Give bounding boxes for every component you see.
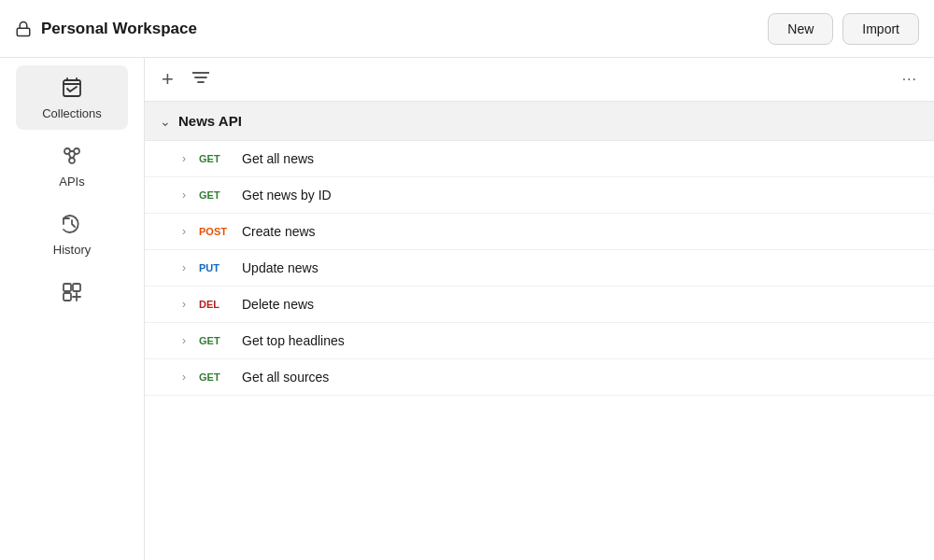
more-button[interactable]: ··· [897, 67, 923, 91]
collection-chevron-icon: ⌄ [160, 114, 171, 129]
svg-rect-12 [73, 284, 80, 291]
method-badge: POST [199, 226, 233, 237]
svg-rect-1 [64, 80, 80, 96]
svg-point-7 [69, 158, 75, 163]
method-badge: GET [199, 189, 233, 201]
endpoint-name: Get all news [242, 151, 314, 166]
endpoint-chevron-icon: › [182, 152, 186, 165]
main-layout: Collections APIs [0, 58, 934, 560]
collection-header[interactable]: ⌄ News API [145, 102, 934, 141]
svg-rect-13 [64, 293, 71, 301]
method-badge: GET [199, 371, 233, 383]
endpoint-row[interactable]: ›DELDelete news [145, 287, 934, 323]
svg-rect-0 [17, 28, 30, 35]
method-badge: GET [199, 153, 233, 164]
method-badge: PUT [199, 262, 233, 273]
sidebar-item-apis[interactable]: APIs [16, 133, 128, 198]
header-actions: New Import [768, 13, 919, 45]
svg-line-10 [73, 154, 76, 159]
content-area: + ··· ⌄ News API ›GETGet all news›GETGet… [145, 58, 934, 560]
endpoint-row[interactable]: ›GETGet all news [145, 141, 934, 177]
sidebar: Collections APIs [0, 58, 145, 560]
endpoint-name: Update news [242, 260, 318, 275]
history-icon [59, 211, 85, 237]
endpoint-chevron-icon: › [182, 371, 186, 384]
endpoint-row[interactable]: ›POSTCreate news [145, 214, 934, 250]
endpoint-chevron-icon: › [182, 261, 186, 274]
endpoint-row[interactable]: ›PUTUpdate news [145, 250, 934, 287]
history-label: History [53, 243, 91, 257]
apis-label: APIs [59, 175, 84, 189]
endpoints-list: ›GETGet all news›GETGet news by ID›POSTC… [145, 141, 934, 396]
sidebar-item-collections[interactable]: Collections [16, 65, 128, 130]
endpoint-row[interactable]: ›GETGet all sources [145, 359, 934, 396]
add-button[interactable]: + [156, 65, 179, 93]
import-button[interactable]: Import [842, 13, 919, 45]
endpoint-name: Delete news [242, 297, 314, 312]
endpoint-name: Create news [242, 224, 316, 239]
apis-icon [59, 143, 85, 169]
header: Personal Workspace New Import [0, 0, 934, 58]
filter-button[interactable] [187, 67, 215, 91]
collections-icon [59, 75, 85, 101]
endpoint-name: Get top headlines [242, 333, 345, 348]
toolbar: + ··· [145, 58, 934, 102]
sidebar-item-new[interactable] [16, 270, 128, 315]
collection-name: News API [178, 113, 242, 129]
endpoint-name: Get news by ID [242, 188, 332, 203]
new-button[interactable]: New [768, 13, 833, 45]
endpoint-chevron-icon: › [182, 225, 186, 238]
workspace-title: Personal Workspace [41, 20, 197, 38]
endpoint-chevron-icon: › [182, 298, 186, 311]
sidebar-item-history[interactable]: History [16, 202, 128, 266]
endpoint-chevron-icon: › [182, 189, 186, 202]
endpoint-row[interactable]: ›GETGet news by ID [145, 177, 934, 214]
method-badge: GET [199, 335, 233, 346]
new-tab-icon [59, 279, 85, 305]
endpoint-name: Get all sources [242, 370, 329, 385]
svg-line-9 [69, 154, 72, 159]
method-badge: DEL [199, 299, 233, 310]
endpoint-chevron-icon: › [182, 334, 186, 347]
endpoint-row[interactable]: ›GETGet top headlines [145, 323, 934, 359]
collections-label: Collections [42, 106, 102, 120]
lock-icon [15, 21, 32, 37]
svg-rect-11 [64, 284, 71, 291]
header-left: Personal Workspace [15, 20, 197, 38]
search-input[interactable] [222, 72, 889, 87]
